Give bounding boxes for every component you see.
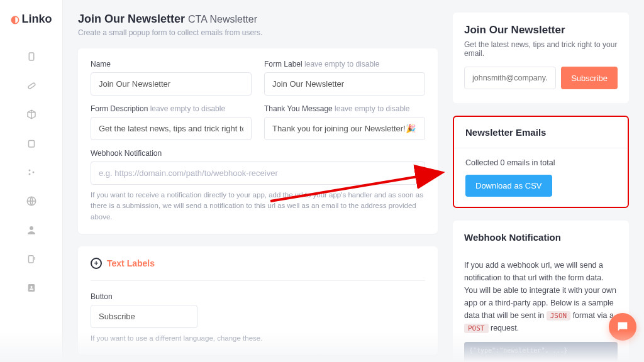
nav-cube-icon[interactable] — [26, 109, 37, 120]
sidebar: ◐ Linko — [0, 0, 63, 362]
button-text-input[interactable] — [91, 305, 197, 328]
collected-count: Collected 0 emails in total — [465, 158, 616, 167]
svg-point-11 — [30, 286, 32, 288]
formlabel-label: Form Label leave empty to disable — [264, 60, 425, 69]
svg-point-7 — [30, 226, 33, 230]
thanks-input[interactable] — [264, 117, 425, 140]
download-csv-button[interactable]: Download as CSV — [465, 175, 552, 197]
button-help: If you want to use a different language,… — [91, 333, 425, 344]
nav-globe-icon[interactable] — [26, 195, 37, 207]
emails-title: Newsletter Emails — [454, 117, 628, 148]
preview-title: Join Our Newsletter — [464, 24, 618, 36]
thanks-label: Thank You Message leave empty to disable — [264, 104, 425, 113]
nav-user-icon[interactable] — [26, 224, 37, 236]
desc-label: Form Description leave empty to disable — [91, 104, 252, 113]
nav-copy-icon[interactable] — [26, 138, 37, 149]
webhook-help: If you want to receive a notification di… — [91, 190, 425, 222]
svg-rect-8 — [28, 256, 33, 263]
text-labels-toggle[interactable]: + Text Labels — [91, 258, 425, 269]
chat-fab[interactable] — [609, 313, 636, 341]
brand-name: Linko — [22, 13, 52, 26]
logo[interactable]: ◐ Linko — [11, 13, 52, 26]
preview-card: Join Our Newsletter Get the latest news,… — [453, 13, 629, 103]
button-field-label: Button — [91, 292, 197, 301]
svg-rect-2 — [28, 141, 34, 148]
svg-point-5 — [28, 173, 30, 175]
page-title-badge: CTA Newsletter — [188, 14, 257, 25]
webhook-info-title: Webhook Notification — [464, 232, 618, 243]
json-pill: JSON — [547, 311, 571, 321]
form-card: Name Form Label leave empty to disable — [78, 48, 438, 234]
preview-email-input[interactable] — [464, 67, 556, 89]
svg-point-4 — [32, 172, 34, 173]
webhook-input[interactable] — [91, 162, 425, 185]
webhook-label: Webhook Notification — [91, 149, 425, 158]
desc-input[interactable] — [91, 117, 252, 140]
page-title: Join Our Newsletter CTA Newsletter — [78, 13, 438, 26]
formlabel-input[interactable] — [264, 72, 425, 96]
nav-contact-icon[interactable] — [26, 282, 37, 293]
svg-rect-0 — [29, 53, 34, 60]
json-sample-block: {"type":"newsletter", ...} — [464, 342, 618, 362]
post-pill: POST — [464, 324, 489, 333]
page-subtitle: Create a small popup form to collect ema… — [78, 28, 438, 37]
preview-desc: Get the latest news, tips and trick righ… — [464, 40, 618, 58]
webhook-info-text: If you add a webhook url, we will send a… — [464, 259, 618, 334]
svg-point-3 — [28, 170, 30, 172]
svg-rect-1 — [28, 82, 35, 89]
preview-subscribe-button[interactable]: Subscribe — [561, 67, 618, 89]
nav-battery-icon[interactable] — [26, 51, 37, 62]
plus-icon: + — [91, 258, 102, 269]
newsletter-emails-card: Newsletter Emails Collected 0 emails in … — [453, 116, 629, 208]
nav-pill-icon[interactable] — [26, 80, 37, 91]
webhook-info-card: Webhook Notification If you add a webhoo… — [453, 221, 629, 362]
name-label: Name — [91, 60, 252, 69]
text-labels-card: + Text Labels Button If you want to use … — [78, 246, 438, 355]
logo-mark-icon: ◐ — [11, 13, 19, 25]
nav-battery-alert-icon[interactable] — [26, 253, 37, 265]
nav-dots-icon[interactable] — [26, 167, 37, 178]
name-input[interactable] — [91, 72, 252, 96]
chat-icon — [616, 320, 630, 334]
